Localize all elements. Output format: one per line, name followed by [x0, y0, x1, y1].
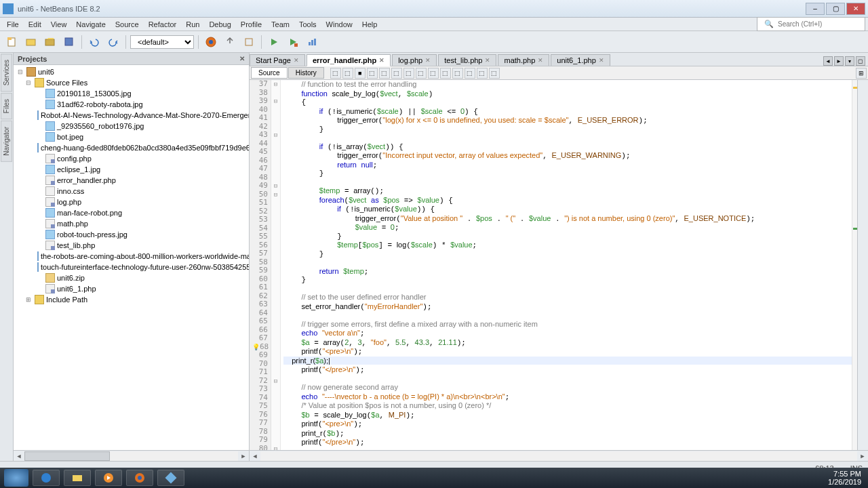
menu-file[interactable]: File	[3, 19, 23, 30]
file-item[interactable]: man-face-robot.png	[14, 207, 249, 218]
menu-profile[interactable]: Profile	[237, 19, 266, 30]
netbeans-icon[interactable]	[157, 470, 184, 486]
scroll-right-icon[interactable]: ►	[857, 453, 868, 460]
tab-close-icon[interactable]: ✕	[425, 57, 431, 64]
build-button[interactable]	[222, 34, 238, 50]
explorer-icon[interactable]	[64, 470, 91, 486]
tab-unit6-1-php[interactable]: unit6_1.php✕	[551, 54, 610, 66]
side-tab-files[interactable]: Files	[1, 93, 12, 119]
file-item[interactable]: the-robots-are-coming-about-800-million-…	[14, 251, 249, 262]
tab-start-page[interactable]: Start Page✕	[250, 54, 305, 66]
file-item[interactable]: error_handler.php	[14, 175, 249, 186]
file-item[interactable]: 31adf62-roboty-rabota.jpg	[14, 99, 249, 110]
menu-team[interactable]: Team	[267, 19, 294, 30]
save-all-button[interactable]	[61, 34, 77, 50]
maximize-editor-icon[interactable]: ▢	[856, 56, 865, 66]
include-path-folder[interactable]: ⊞Include Path	[14, 294, 249, 305]
file-item[interactable]: test_lib.php	[14, 240, 249, 251]
media-icon[interactable]	[95, 470, 122, 486]
file-item[interactable]: bot.jpeg	[14, 131, 249, 142]
line-gutter[interactable]: 37 38 39 40 41 42 43 44 45 46 47 48 49 5…	[250, 80, 271, 450]
editor-h-scrollbar[interactable]: ◄ ►	[250, 450, 868, 461]
toggle-highlight-icon[interactable]: ⬚	[403, 68, 414, 79]
split-icon[interactable]: ⊞	[856, 68, 867, 79]
file-item[interactable]: touch-futureinterface-technology-future-…	[14, 262, 249, 272]
scroll-thumb[interactable]	[24, 451, 110, 461]
tab-close-icon[interactable]: ✕	[485, 57, 490, 64]
file-item[interactable]: math.php	[14, 218, 249, 229]
tab-close-icon[interactable]: ✕	[599, 57, 604, 64]
file-item[interactable]: unit6.zip	[14, 272, 249, 283]
tab-error-handler-php[interactable]: error_handler.php✕	[307, 54, 391, 66]
file-item[interactable]: cheng-huang-6ded80fdeb062ba0cd380a4ed35e…	[14, 142, 249, 153]
nav-fwd-icon[interactable]: ⬚	[342, 68, 353, 79]
config-select[interactable]: <default>	[130, 35, 194, 49]
tab-scroll-right-icon[interactable]: ►	[834, 56, 844, 66]
open-project-button[interactable]	[42, 34, 58, 50]
start-button[interactable]	[4, 469, 28, 487]
tab-scroll-left-icon[interactable]: ◄	[823, 56, 833, 66]
file-item[interactable]: 20190118_153005.jpg	[14, 88, 249, 99]
browser-button[interactable]	[203, 34, 219, 50]
menu-run[interactable]: Run	[182, 19, 203, 30]
scroll-track[interactable]	[24, 451, 238, 461]
history-tab[interactable]: History	[288, 67, 324, 79]
file-item[interactable]: robot-touch-press.jpg	[14, 229, 249, 240]
projects-tree[interactable]: ⊟unit6⊟Source Files20190118_153005.jpg31…	[14, 65, 249, 450]
profile-button[interactable]	[304, 34, 320, 50]
close-button[interactable]: ✕	[846, 3, 865, 15]
maximize-button[interactable]: ▢	[826, 3, 845, 15]
new-project-button[interactable]	[23, 34, 39, 50]
ie-icon[interactable]	[33, 470, 60, 486]
next-bookmark-icon[interactable]: ⬚	[440, 68, 451, 79]
menu-refactor[interactable]: Refactor	[144, 19, 181, 30]
find-prev-icon[interactable]: ⬚	[379, 68, 390, 79]
menu-view[interactable]: View	[47, 19, 71, 30]
comment-icon[interactable]: ⬚	[477, 68, 488, 79]
new-file-button[interactable]	[4, 34, 20, 50]
error-strip[interactable]	[852, 80, 857, 450]
tab-log-php[interactable]: log.php✕	[392, 54, 437, 66]
find-next-icon[interactable]: ⬚	[391, 68, 402, 79]
menu-tools[interactable]: Tools	[295, 19, 321, 30]
file-item[interactable]: inno.css	[14, 186, 249, 197]
scroll-track[interactable]	[260, 451, 857, 461]
search-input[interactable]	[778, 20, 864, 28]
tab-close-icon[interactable]: ✕	[538, 57, 543, 64]
debug-button[interactable]	[285, 34, 301, 50]
side-tab-services[interactable]: Services	[1, 54, 12, 92]
file-item[interactable]: log.php	[14, 197, 249, 207]
scroll-right-icon[interactable]: ►	[238, 453, 249, 460]
v-scrollbar[interactable]	[857, 80, 868, 450]
h-scrollbar[interactable]: ◄ ►	[14, 450, 249, 461]
fold-column[interactable]: ⊟ ⊟ ⊟ ⊟ ⊟ ⊟ ⊟	[271, 80, 281, 450]
menu-window[interactable]: Window	[322, 19, 357, 30]
tab-close-icon[interactable]: ✕	[294, 57, 299, 64]
menu-edit[interactable]: Edit	[24, 19, 45, 30]
find-selection-icon[interactable]: ⬚	[367, 68, 378, 79]
scroll-left-icon[interactable]: ◄	[14, 453, 24, 460]
file-item[interactable]: config.php	[14, 153, 249, 164]
prev-bookmark-icon[interactable]: ⬚	[428, 68, 439, 79]
scroll-left-icon[interactable]: ◄	[250, 453, 260, 460]
firefox-icon[interactable]	[126, 470, 153, 486]
tab-test-lib-php[interactable]: test_lib.php✕	[438, 54, 496, 66]
last-edit-icon[interactable]: ■	[355, 68, 366, 79]
tab-close-icon[interactable]: ✕	[379, 57, 384, 64]
file-item[interactable]: unit6_1.php	[14, 283, 249, 294]
file-item[interactable]: _92935560_robot1976.jpg	[14, 121, 249, 131]
menu-help[interactable]: Help	[358, 19, 382, 30]
code-content[interactable]: // function to test the error handling f…	[281, 80, 852, 450]
system-tray[interactable]: 7:55 PM 1/26/2019	[828, 470, 864, 486]
menu-navigate[interactable]: Navigate	[72, 19, 109, 30]
side-tab-navigator[interactable]: Navigator	[1, 121, 12, 162]
run-button[interactable]	[266, 34, 282, 50]
shift-left-icon[interactable]: ⬚	[452, 68, 463, 79]
minimize-button[interactable]: –	[806, 3, 825, 15]
source-files-folder[interactable]: ⊟Source Files	[14, 77, 249, 88]
quick-search[interactable]: 🔍	[757, 17, 865, 31]
shift-right-icon[interactable]: ⬚	[465, 68, 475, 79]
nav-back-icon[interactable]: ⬚	[330, 68, 341, 79]
undo-button[interactable]	[86, 34, 102, 50]
uncomment-icon[interactable]: ⬚	[489, 68, 500, 79]
